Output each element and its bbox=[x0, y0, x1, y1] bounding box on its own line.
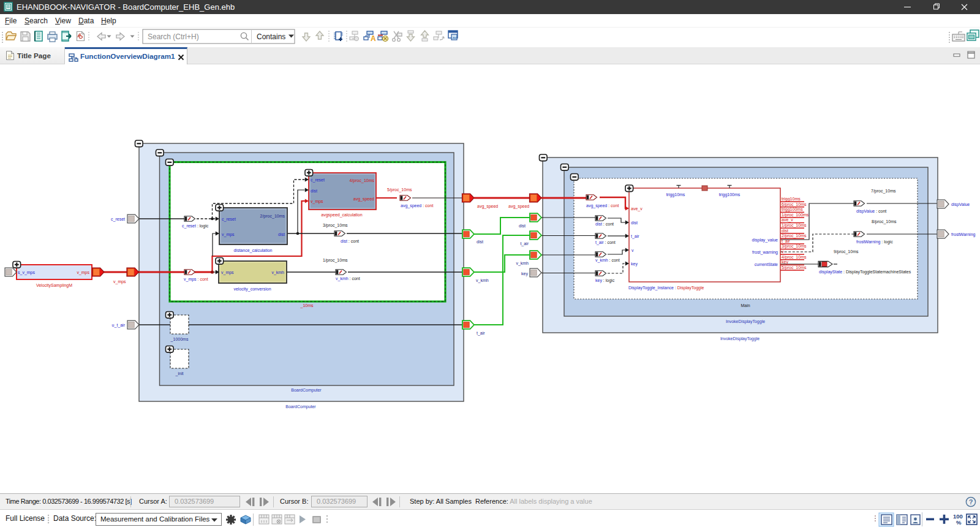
svg-text:v_mps: v_mps bbox=[311, 199, 323, 204]
svg-text:Search (Ctrl+H): Search (Ctrl+H) bbox=[148, 32, 199, 41]
svg-text:2/proc_10ms: 2/proc_10ms bbox=[260, 214, 285, 219]
svg-text:v_mps: v_mps bbox=[113, 279, 126, 284]
svg-text:4/proc_10ms: 4/proc_10ms bbox=[782, 255, 807, 260]
svg-text:Contains: Contains bbox=[257, 32, 285, 41]
svg-text:1/proc_100ms: 1/proc_100ms bbox=[782, 213, 809, 218]
svg-text:_1000ms: _1000ms bbox=[170, 337, 189, 342]
svg-text:9/proc_10ms: 9/proc_10ms bbox=[834, 249, 859, 254]
svg-text:frost_warning: frost_warning bbox=[752, 250, 778, 255]
svg-text:dist: dist bbox=[782, 229, 788, 233]
svg-text:avg_speed : cont: avg_speed : cont bbox=[401, 203, 433, 208]
svg-text:7/proc_10ms: 7/proc_10ms bbox=[871, 189, 896, 194]
svg-text:avg_speed: avg_speed bbox=[353, 197, 374, 202]
svg-text:currentState: currentState bbox=[755, 262, 778, 267]
svg-text:dist: dist bbox=[519, 224, 526, 228]
svg-text:3/proc_10ms: 3/proc_10ms bbox=[323, 223, 348, 228]
svg-text:t_air: t_air bbox=[477, 331, 485, 336]
svg-text:frostWarning : logic: frostWarning : logic bbox=[856, 240, 893, 245]
svg-text:InvokeDisplayToggle: InvokeDisplayToggle bbox=[726, 319, 765, 324]
svg-text:_init: _init bbox=[175, 371, 184, 376]
svg-text:Main: Main bbox=[741, 303, 750, 308]
svg-text:5/proc_10ms: 5/proc_10ms bbox=[387, 188, 412, 192]
svg-text:t_air: t_air bbox=[782, 239, 790, 244]
svg-text:dispValue : cont: dispValue : cont bbox=[856, 209, 886, 214]
svg-text:dist : cont: dist : cont bbox=[341, 239, 359, 243]
svg-text:v: v bbox=[631, 248, 634, 252]
svg-text:5/proc_10ms: 5/proc_10ms bbox=[782, 265, 807, 270]
svg-text:avgspeed_calculation: avgspeed_calculation bbox=[321, 213, 362, 218]
svg-text:frostWarning: frostWarning bbox=[951, 232, 976, 237]
svg-text:distance_calculation: distance_calculation bbox=[233, 248, 272, 253]
svg-text:trigg100ms: trigg100ms bbox=[719, 192, 741, 197]
svg-text:avg_speed : cont: avg_speed : cont bbox=[586, 203, 619, 208]
svg-text:BoardComputer: BoardComputer bbox=[291, 388, 322, 393]
svg-text:dist: dist bbox=[477, 240, 483, 244]
svg-text:BoardComputer: BoardComputer bbox=[285, 404, 316, 409]
svg-text:VelocitySamplingM: VelocitySamplingM bbox=[36, 283, 72, 288]
svg-text:key : logic: key : logic bbox=[595, 278, 615, 283]
svg-text:v_mps: v_mps bbox=[77, 270, 89, 275]
svg-text:t_air : cont: t_air : cont bbox=[595, 240, 616, 245]
svg-text:v_kmh: v_kmh bbox=[476, 278, 489, 283]
svg-text:dist : cont: dist : cont bbox=[595, 222, 614, 226]
svg-text:t_air: t_air bbox=[631, 234, 639, 239]
svg-text:A: A bbox=[371, 34, 376, 43]
svg-text:8/proc_10ms: 8/proc_10ms bbox=[872, 219, 897, 224]
svg-text:s_v_mps: s_v_mps bbox=[18, 270, 36, 275]
svg-text:c_reset: c_reset bbox=[311, 178, 325, 183]
svg-text:key: key bbox=[631, 262, 638, 267]
svg-text:%: % bbox=[956, 519, 962, 526]
svg-text:u_t_air: u_t_air bbox=[112, 323, 126, 328]
svg-text:ave_v: ave_v bbox=[631, 207, 643, 211]
svg-text:c_reset: c_reset bbox=[222, 217, 236, 222]
svg-text:dist: dist bbox=[311, 189, 317, 193]
svg-text:6/proc_10ms: 6/proc_10ms bbox=[782, 202, 807, 207]
svg-text:v: v bbox=[782, 249, 784, 254]
svg-text:dispValue: dispValue bbox=[951, 202, 970, 207]
svg-text:dist: dist bbox=[278, 232, 285, 237]
svg-text:3/proc_10ms: 3/proc_10ms bbox=[782, 244, 807, 249]
svg-text:DisplayToggle_Instance : Displ: DisplayToggle_Instance : DisplayToggle bbox=[628, 286, 704, 290]
svg-text:avg_speed: avg_speed bbox=[477, 204, 498, 209]
svg-text:trigg10ms: trigg10ms bbox=[782, 197, 801, 202]
svg-text:avg_speed: avg_speed bbox=[508, 204, 529, 209]
svg-text:v_mps : cont: v_mps : cont bbox=[184, 277, 208, 282]
svg-text:display_value: display_value bbox=[752, 238, 778, 243]
svg-text:c_reset: c_reset bbox=[111, 217, 125, 222]
svg-text:t_air: t_air bbox=[520, 241, 529, 246]
svg-text:key: key bbox=[521, 271, 528, 276]
svg-text:key: key bbox=[782, 260, 788, 265]
svg-text:trigg10ms: trigg10ms bbox=[666, 192, 685, 197]
svg-text:1/proc_10ms: 1/proc_10ms bbox=[782, 223, 807, 228]
svg-text:_10ms: _10ms bbox=[300, 303, 314, 308]
svg-text:trigg100ms: trigg100ms bbox=[782, 207, 803, 212]
svg-text:c_reset : logic: c_reset : logic bbox=[182, 224, 209, 229]
svg-text:?: ? bbox=[969, 498, 973, 506]
svg-text:v_kmh: v_kmh bbox=[516, 261, 529, 266]
svg-text:v_mps: v_mps bbox=[222, 232, 235, 237]
svg-text:1/proc_10ms: 1/proc_10ms bbox=[323, 258, 348, 263]
svg-text:ave_v: ave_v bbox=[782, 218, 793, 222]
svg-text:v_kmh : cont: v_kmh : cont bbox=[336, 276, 360, 281]
svg-text:v_kmh : cont: v_kmh : cont bbox=[595, 258, 620, 263]
svg-text:displayState : DisplayToggleSt: displayState : DisplayToggleStatemachine… bbox=[819, 270, 911, 275]
svg-text:velocity_conversion: velocity_conversion bbox=[233, 287, 271, 292]
svg-text:dist: dist bbox=[631, 221, 638, 225]
svg-text:InvokeDisplayToggle: InvokeDisplayToggle bbox=[720, 336, 760, 341]
svg-text:2/proc_10ms: 2/proc_10ms bbox=[782, 233, 807, 238]
svg-text:v_mps: v_mps bbox=[221, 270, 234, 275]
svg-text:4/proc_10ms: 4/proc_10ms bbox=[350, 178, 375, 183]
svg-text:v_kmh: v_kmh bbox=[271, 270, 284, 275]
